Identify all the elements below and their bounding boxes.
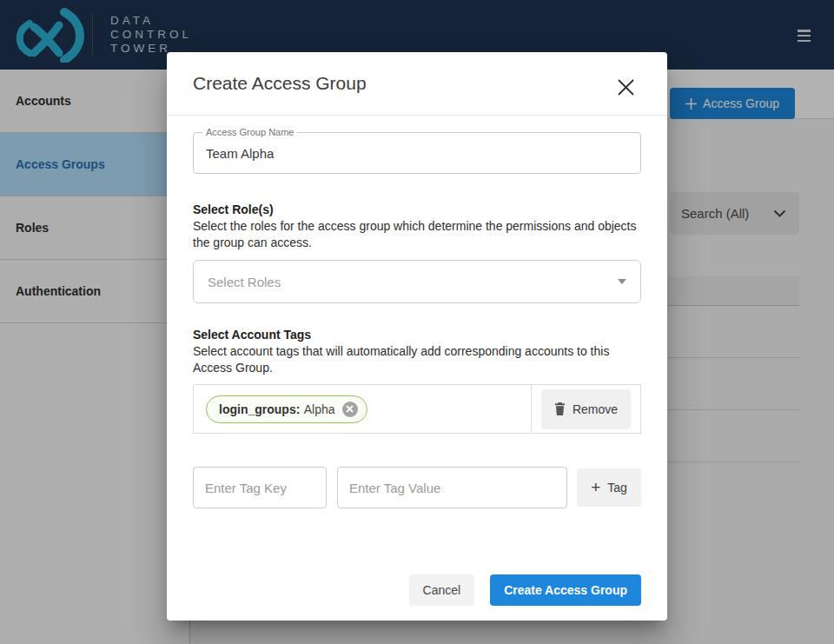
create-access-group-submit-button[interactable]: Create Access Group	[490, 574, 641, 606]
create-access-group-modal: Create Access Group Access Group Name Se…	[167, 52, 667, 621]
tag-chip-login-groups-alpha[interactable]: login_groups: Alpha	[206, 395, 367, 423]
access-group-name-field: Access Group Name	[193, 132, 641, 174]
tag-value-input[interactable]	[337, 467, 567, 508]
tag-chip-value: Alpha	[304, 402, 335, 416]
add-tag-form: + Tag	[193, 467, 641, 508]
close-icon	[616, 77, 636, 97]
roles-section: Select Role(s) Select the roles for the …	[193, 202, 641, 303]
access-group-name-label: Access Group Name	[202, 127, 297, 137]
tagbox-actions: Remove	[532, 385, 640, 433]
tag-key-input[interactable]	[193, 467, 327, 508]
select-roles-placeholder: Select Roles	[208, 275, 281, 289]
add-tag-label: Tag	[607, 481, 627, 495]
account-tags-section: Select Account Tags Select account tags …	[193, 327, 641, 508]
roles-section-heading: Select Role(s)	[193, 202, 641, 217]
chip-remove-icon[interactable]	[342, 402, 358, 417]
tags-section-heading: Select Account Tags	[193, 327, 641, 342]
add-tag-button[interactable]: + Tag	[577, 468, 641, 507]
tag-chip-key: login_groups:	[219, 402, 300, 416]
access-group-name-input[interactable]	[194, 133, 640, 173]
remove-tag-button[interactable]: Remove	[541, 389, 631, 429]
modal-header: Create Access Group	[167, 52, 667, 116]
roles-section-description: Select the roles for the access group wh…	[193, 218, 641, 251]
modal-title: Create Access Group	[193, 73, 367, 94]
close-button[interactable]	[613, 75, 638, 99]
select-roles-dropdown[interactable]: Select Roles	[193, 260, 641, 303]
dropdown-caret-icon	[618, 279, 626, 284]
selected-tags-box: login_groups: Alpha Remove	[193, 384, 641, 434]
app-root: DATA CONTROL TOWER Accounts Access Group…	[0, 0, 834, 644]
modal-body: Access Group Name Select Role(s) Select …	[167, 132, 667, 508]
tags-section-description: Select account tags that will automatica…	[193, 343, 641, 376]
trash-icon	[554, 402, 566, 415]
modal-footer: Cancel Create Access Group	[409, 574, 641, 606]
plus-icon: +	[591, 479, 600, 495]
remove-tag-label: Remove	[573, 402, 618, 416]
selected-tags-list: login_groups: Alpha	[194, 385, 532, 433]
cancel-button[interactable]: Cancel	[409, 574, 475, 606]
